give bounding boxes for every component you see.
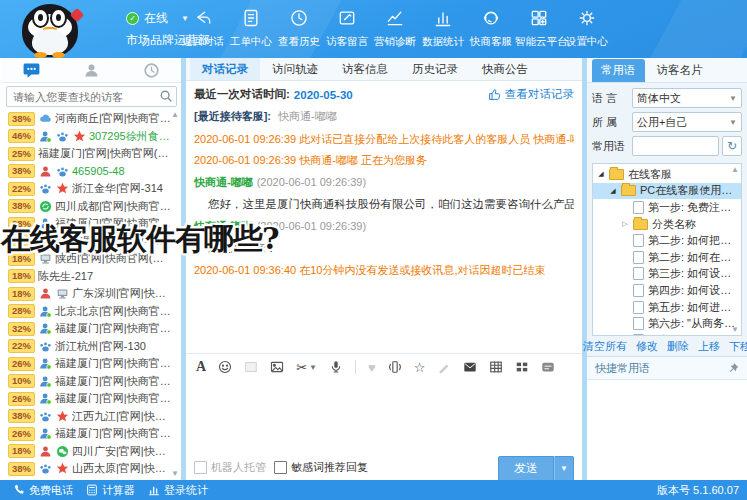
visitor-row[interactable]: 38%山西太原|官网|快商官网(不... — [2, 460, 181, 478]
visitor-row[interactable]: 26%福建厦门|官网|快商官网(不准测... — [2, 355, 181, 373]
visitor-row[interactable]: 25%福建厦门|官网|快商官网(不准测试)-... — [2, 145, 181, 163]
belong-select[interactable]: 公用+自己▼ — [632, 112, 742, 132]
topbar-tool-back-to-chat[interactable]: 返回对话 — [179, 7, 227, 49]
search-input[interactable] — [6, 86, 177, 107]
topbar-tool-marketing-diagnosis[interactable]: 营销诊断 — [371, 7, 419, 49]
tree-item[interactable]: 第一步: 免费注册会... — [593, 199, 741, 216]
paw-icon — [38, 182, 52, 196]
scroll-up-icon[interactable]: ▲ — [731, 165, 739, 174]
send-button[interactable]: 发送 ▼ — [498, 456, 574, 481]
phrase-action-link[interactable]: 下移 — [729, 339, 747, 354]
visitor-list: 38%河南商丘|官网|快商官网(不准测...46%307295徐州食尚余任...… — [2, 109, 181, 480]
table-tool-icon[interactable] — [489, 360, 503, 374]
robot-host-checkbox[interactable]: 机器人托管 — [194, 460, 266, 475]
list-tool-icon[interactable] — [515, 360, 529, 374]
visitor-row[interactable]: 10%福建厦门|官网|快商官网(不准测... — [2, 373, 181, 391]
visitor-row[interactable]: 28%福建厦门|官网|快商官网(不准测... — [2, 215, 181, 233]
sidebar-tab-recent[interactable] — [131, 62, 171, 79]
phrase-search-input[interactable] — [632, 136, 719, 156]
visitor-row[interactable]: 38%四川成都|官网|快商官网(不准测... — [2, 198, 181, 216]
login-stats-button[interactable]: 登录统计 — [148, 483, 208, 498]
visitor-row[interactable]: 38%河南商丘|官网|快商官网(不准测... — [2, 110, 181, 128]
visitor-row[interactable]: 26%福建厦门|官网|快商官网(不准测试) — [2, 390, 181, 408]
visitor-row[interactable]: 26%福建厦门|官网|快商官网(不准测试) — [2, 425, 181, 443]
tree-item[interactable]: 第五步: 如何进行客... — [593, 299, 741, 316]
tree-expanded-icon[interactable]: ◢ — [609, 187, 617, 195]
quick-phrase-bar[interactable]: 快捷常用语 — [587, 356, 747, 380]
tree-collapsed-icon[interactable]: ▷ — [621, 220, 629, 228]
topbar-tool-settings-center[interactable]: 设置中心 — [563, 7, 611, 49]
frame-tool-icon[interactable] — [244, 360, 258, 374]
scroll-down-icon[interactable]: ▼ — [731, 325, 739, 334]
mail-tool-icon[interactable] — [463, 360, 477, 374]
tab-visitor-card[interactable]: 访客名片 — [648, 59, 712, 82]
tab-chat-log[interactable]: 对话记录 — [190, 58, 260, 80]
topbar-tool-data-statistics[interactable]: 数据统计 — [419, 7, 467, 49]
visitor-row[interactable]: 38%江西九江|官网|快商官网(不... — [2, 408, 181, 426]
visitor-row[interactable]: 22%浙江金华|官网-314 — [2, 180, 181, 198]
star-tool-icon[interactable]: ☆ — [414, 360, 426, 375]
phrase-action-link[interactable]: 清空所有 — [583, 339, 627, 354]
view-chatlog-link[interactable]: 查看对话记录 — [488, 87, 574, 102]
cloud-icon — [38, 112, 52, 126]
visitor-row[interactable]: 18%陕西|官网|快商官网(不准测试)-237 — [2, 250, 181, 268]
shake-tool-icon[interactable] — [388, 360, 402, 374]
scroll-up-icon[interactable]: ▲ — [171, 110, 179, 119]
visitor-row[interactable]: 22%官网|快商官网(不准测... — [2, 233, 181, 251]
sensitive-word-reply-checkbox[interactable]: 敏感词推荐回复 — [274, 460, 368, 475]
free-call-button[interactable]: 免费电话 — [13, 483, 73, 498]
tree-item[interactable]: 第二步: 如何把快商... — [593, 232, 741, 249]
tab-announcement[interactable]: 快商公告 — [470, 58, 540, 80]
tree-item[interactable]: ◢PC在线客服使用流程+ — [593, 183, 741, 200]
tab-visitor-info[interactable]: 访客信息 — [330, 58, 400, 80]
tab-history-record[interactable]: 历史记录 — [400, 58, 470, 80]
screenshot-tool-icon[interactable]: ✂▼ — [296, 360, 317, 375]
tree-item[interactable]: 第二步: 如何在博客... — [593, 249, 741, 266]
search-icon[interactable] — [159, 89, 173, 103]
pin-icon[interactable] — [727, 362, 739, 374]
font-tool-icon[interactable]: A — [196, 359, 206, 375]
phrase-action-link[interactable]: 修改 — [636, 339, 658, 354]
card-tool-icon[interactable] — [541, 360, 555, 374]
tree-expanded-icon[interactable]: ◢ — [597, 170, 605, 178]
visitor-row[interactable]: 18%广东深圳|官网|快商官网(不... — [2, 285, 181, 303]
image-tool-icon[interactable] — [270, 360, 284, 374]
pen-tool-icon[interactable] — [437, 360, 451, 374]
tree-item[interactable]: ◢在线客服 — [593, 166, 741, 183]
sidebar-tab-contacts[interactable] — [71, 62, 111, 79]
visitor-row[interactable]: 18%四川广安|官网|快商官网(不... — [2, 443, 181, 461]
topbar-tool-ticket-center[interactable]: 工单中心 — [227, 7, 275, 49]
visitor-row[interactable]: 38%465905-48 — [2, 163, 181, 181]
visitor-row[interactable]: 22%浙江杭州|官网-130 — [2, 338, 181, 356]
visitor-row[interactable]: 18%陈先生-217 — [2, 268, 181, 286]
person-tab-icon — [83, 62, 100, 79]
tab-visit-track[interactable]: 访问轨迹 — [260, 58, 330, 80]
scroll-down-icon[interactable]: ▼ — [171, 469, 179, 478]
refresh-icon[interactable]: ↻ — [722, 136, 742, 156]
topbar-tool-smart-cloud-platform[interactable]: 智能云平台 — [515, 7, 563, 49]
person-icon — [38, 357, 52, 371]
language-field: 语 言简体中文▼ — [592, 88, 742, 108]
emoticon-tool-icon[interactable] — [218, 360, 232, 374]
visitor-row[interactable]: 32%福建厦门|官网|快商官网(不准测... — [2, 320, 181, 338]
voice-tool-icon[interactable] — [329, 360, 343, 374]
tree-item[interactable]: ▷分类名称 — [593, 216, 741, 233]
phrase-action-link[interactable]: 删除 — [667, 339, 689, 354]
tree-item[interactable]: 第三步: 如何设置网... — [593, 266, 741, 283]
tree-item[interactable]: 第七步: "咨询人员经... — [593, 332, 741, 336]
compose-input[interactable] — [186, 380, 582, 456]
tree-item[interactable]: 第四步: 如何设置对... — [593, 282, 741, 299]
phrase-action-link[interactable]: 上移 — [698, 339, 720, 354]
send-options-icon[interactable]: ▼ — [554, 456, 574, 481]
tree-item[interactable]: 第六步: "从商务通转... — [593, 315, 741, 332]
favorite-tool-icon[interactable]: ♥ — [368, 360, 376, 375]
topbar-tool-view-history[interactable]: 查看历史 — [275, 7, 323, 49]
language-select[interactable]: 简体中文▼ — [632, 88, 742, 108]
visitor-row[interactable]: 46%307295徐州食尚余任... — [2, 128, 181, 146]
visitor-row[interactable]: 28%北京北京|官网|快商官网(不准测... — [2, 303, 181, 321]
tab-common-phrases[interactable]: 常用语 — [592, 59, 645, 82]
sidebar-tab-chat[interactable] — [12, 61, 52, 80]
topbar-tool-visitor-message[interactable]: 访客留言 — [323, 7, 371, 49]
topbar-tool-kuaishang-service[interactable]: 快商客服 — [467, 7, 515, 49]
calculator-button[interactable]: 计算器 — [86, 483, 135, 498]
